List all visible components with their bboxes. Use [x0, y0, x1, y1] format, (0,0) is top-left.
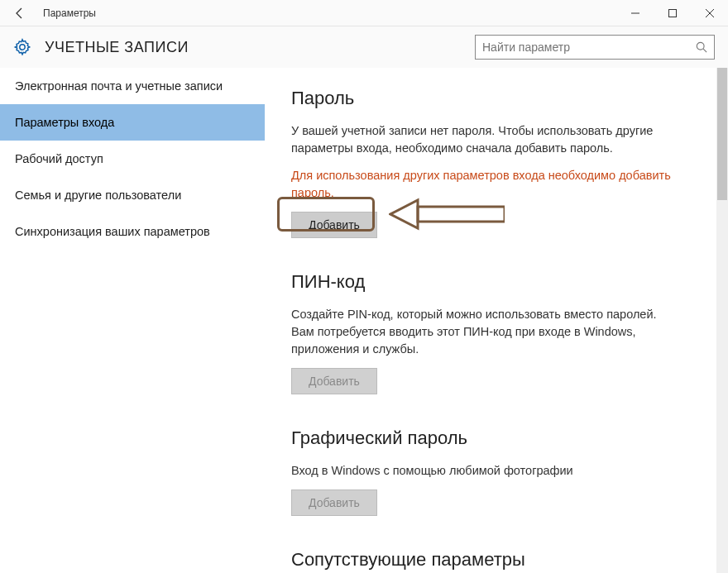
- back-button[interactable]: [0, 0, 40, 26]
- body: Электронная почта и учетные записи Парам…: [0, 68, 728, 573]
- section-picture-desc: Вход в Windows с помощью любимой фотогра…: [291, 462, 680, 480]
- window-title: Параметры: [40, 7, 616, 19]
- add-password-button[interactable]: Добавить: [291, 212, 377, 238]
- section-picture-title: Графический пароль: [291, 427, 680, 449]
- gear-icon: [13, 38, 31, 56]
- section-picture: Графический пароль Вход в Windows с помо…: [291, 427, 680, 516]
- svg-rect-0: [668, 9, 676, 17]
- minimize-icon: [631, 9, 639, 17]
- close-button[interactable]: [691, 0, 728, 26]
- section-pin-desc: Создайте PIN-код, который можно использо…: [291, 306, 680, 358]
- sidebar-item-signin[interactable]: Параметры входа: [0, 104, 265, 141]
- section-related-title: Сопутствующие параметры: [291, 549, 680, 571]
- sidebar-item-email[interactable]: Электронная почта и учетные записи: [0, 68, 265, 104]
- section-pin-title: ПИН-код: [291, 271, 680, 293]
- close-icon: [706, 9, 714, 17]
- maximize-button[interactable]: [654, 0, 691, 26]
- content-area: Пароль У вашей учетной записи нет пароля…: [265, 68, 728, 573]
- sidebar-item-work[interactable]: Рабочий доступ: [0, 141, 265, 177]
- section-password-warn: Для использования других параметров вход…: [291, 167, 680, 202]
- add-picture-button[interactable]: Добавить: [291, 489, 377, 516]
- search-icon: [689, 41, 714, 53]
- page-title: УЧЕТНЫЕ ЗАПИСИ: [45, 39, 475, 56]
- arrow-left-icon: [13, 7, 26, 20]
- section-related: Сопутствующие параметры: [291, 549, 680, 571]
- sidebar-item-family[interactable]: Семья и другие пользователи: [0, 177, 265, 213]
- add-pin-button[interactable]: Добавить: [291, 368, 377, 394]
- sidebar: Электронная почта и учетные записи Парам…: [0, 68, 265, 573]
- search-box[interactable]: [475, 35, 715, 60]
- section-pin: ПИН-код Создайте PIN-код, который можно …: [291, 271, 680, 394]
- section-password-desc: У вашей учетной записи нет пароля. Чтобы…: [291, 122, 680, 157]
- header: УЧЕТНЫЕ ЗАПИСИ: [0, 26, 728, 68]
- section-password-title: Пароль: [291, 88, 680, 109]
- window-controls: [616, 0, 728, 26]
- scrollbar-thumb[interactable]: [717, 68, 727, 200]
- svg-point-1: [697, 42, 704, 50]
- search-input[interactable]: [476, 37, 689, 57]
- sidebar-item-sync[interactable]: Синхронизация ваших параметров: [0, 213, 265, 250]
- minimize-button[interactable]: [616, 0, 654, 26]
- maximize-icon: [668, 9, 677, 17]
- section-password: Пароль У вашей учетной записи нет пароля…: [291, 88, 680, 238]
- titlebar: Параметры: [0, 0, 728, 26]
